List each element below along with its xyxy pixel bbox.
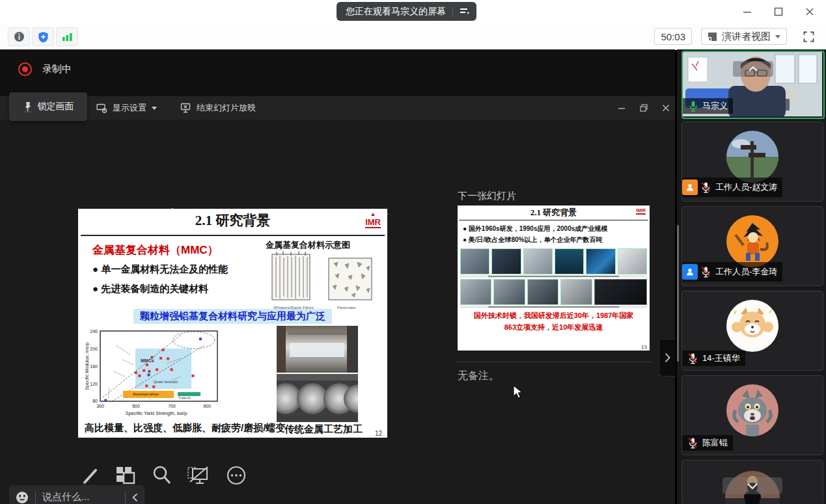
participant-tile[interactable]: 马宗义 [681,51,825,119]
svg-text:80: 80 [92,399,98,403]
display-settings-icon [96,103,107,113]
end-slideshow-button[interactable]: 结束幻灯片放映 [180,102,256,114]
emoji-button[interactable] [16,491,29,504]
ellipsis-icon [225,464,248,487]
view-mode-dropdown[interactable]: 演讲者视图 [701,28,787,45]
thumb-bullet: ● 美/日/欧占全球80%以上，单个企业年产数百吨 [463,235,602,245]
chevron-up-icon [749,66,758,72]
blank-screen-icon [186,464,211,487]
chat-bar: 说点什么... [9,485,145,504]
display-settings-label: 显示设置 [113,102,146,114]
maximize-button[interactable] [767,2,790,21]
role-badge-orange [682,179,698,195]
ppt-window-bar: 显示设置 结束幻灯片放映 [0,96,675,120]
chat-input[interactable]: 说点什么... [42,491,118,503]
participant-name-bar: 工作人员-赵文涛 [682,178,782,197]
layout-icon [708,32,717,42]
collapse-chat-button[interactable] [132,493,138,502]
current-slide[interactable]: 2.1 研究背景 IMR 金属基复合材料（MMC） ● 单一金属材料无法企及的性… [78,209,387,438]
ppt-restore-button[interactable] [640,104,648,112]
meeting-duration[interactable]: 50:03 [654,28,692,45]
participant-name-bar: 工作人员-李金琦 [682,262,782,282]
zoom-slide-button[interactable] [147,460,177,490]
participant-name-bar: 陈富锟 [682,435,733,451]
ppt-close-button[interactable] [662,104,670,112]
mic-muted-icon [687,437,698,449]
sidebar-scrollbar[interactable] [677,225,679,362]
divider [456,362,651,362]
participant-name: 工作人员-李金琦 [715,266,777,278]
lock-view-button[interactable]: 锁定画面 [9,92,87,121]
slide-bullet: ● 单一金属材料无法企及的性能 [92,263,228,276]
speaker-notes: 无备注。 [458,369,499,383]
pen-icon [79,464,102,487]
participants-sidebar: 马宗义 [677,49,826,504]
chevron-down-icon [747,483,758,489]
pin-icon [23,101,33,113]
participant-tile[interactable]: 工作人员-赵文涛 [681,122,823,202]
scroll-down-button[interactable] [723,477,782,494]
next-slide-thumbnail[interactable]: 2.1 研究背景 IMR ● 国外1960s研发，1990s应用，2000s成产… [458,206,650,351]
meeting-window: 您正在观看马宗义的屏幕 [0,0,826,504]
end-slideshow-label: 结束幻灯片放映 [197,102,256,114]
slide-highlight: 颗粒增强铝基复合材料研究与应用最为广泛 [78,309,387,324]
diagram-title: 金属基复合材料示意图 [266,239,350,251]
more-options-button[interactable] [221,460,251,490]
thumb-red-text: 863立项支持，近10年发展迅速 [458,323,650,332]
svg-text:Specific Yield Strength, ksi/p: Specific Yield Strength, ksi/p [126,410,187,416]
mouse-cursor [513,385,523,399]
participant-name-bar: 马宗义 [683,98,733,114]
participant-tile[interactable] [681,460,823,504]
view-mode-label: 演讲者视图 [722,31,771,43]
thumb-photo-row [460,279,647,305]
mic-on-icon [688,100,698,112]
black-screen-button[interactable] [184,460,213,490]
thumb-page-number: 13 [641,344,647,350]
thumb-photo-row [460,248,647,274]
svg-text:700: 700 [168,404,176,408]
security-button[interactable] [32,27,54,46]
slide-page-number: 12 [375,430,382,437]
display-settings-button[interactable]: 显示设置 [96,102,157,114]
watching-label: 您正在观看马宗义的屏幕 [346,6,446,18]
shield-icon [38,31,49,43]
meeting-toolbar: 50:03 演讲者视图 [0,23,826,50]
svg-text:Specific Modulus, msi/p: Specific Modulus, msi/p [85,342,90,390]
divider [452,7,453,17]
property-scatter-chart: Aluminum alloys Ti-6Al-4V MMCs Quasi Iso… [83,326,223,420]
watching-banner[interactable]: 您正在观看马宗义的屏幕 [337,2,476,21]
slide-bullet: ● 先进装备制造的关键材料 [92,283,208,295]
info-button[interactable] [8,27,30,46]
slide-title: 2.1 研究背景 [78,211,387,230]
collapse-tiles-button[interactable] [733,61,773,77]
svg-text:160: 160 [90,364,98,369]
fullscreen-icon [803,31,814,42]
thumb-title: 2.1 研究背景 [458,207,650,219]
window-titlebar: 您正在观看马宗义的屏幕 [0,0,826,24]
close-button[interactable] [799,2,821,21]
participant-tile[interactable]: 工作人员-李金琦 [681,206,823,286]
shared-screen-area: 录制中 显示设置 结束幻灯片放映 [0,49,675,504]
imr-logo: IMR [636,208,646,215]
magnifier-icon [150,464,174,487]
slide-caption-right: 传统金属工艺加工 [284,423,363,436]
chevron-down-icon [152,107,157,110]
thumb-bullet: ● 国外1960s研发，1990s应用，2000s成产业规模 [463,224,607,233]
participant-name: 陈富锟 [702,437,728,449]
recording-indicator: 录制中 [18,62,72,76]
svg-text:900: 900 [203,404,211,408]
network-quality-button[interactable] [56,27,78,46]
shared-screen-menu-icon[interactable] [460,7,470,16]
participant-name: 工作人员-赵文涛 [715,181,777,193]
minimize-button[interactable] [736,2,758,21]
mic-muted-icon [700,266,711,278]
meeting-duration-value: 50:03 [661,31,685,42]
ppt-minimize-button[interactable] [618,104,626,112]
participant-tile[interactable]: 陈富锟 [681,375,823,455]
imr-logo: IMR [365,213,381,228]
participant-name: 马宗义 [702,100,728,112]
svg-text:200: 200 [90,347,98,351]
fullscreen-button[interactable] [800,29,817,44]
participant-tile[interactable]: 14-王镇华 [681,291,823,371]
expand-panel-handle[interactable] [659,339,676,377]
